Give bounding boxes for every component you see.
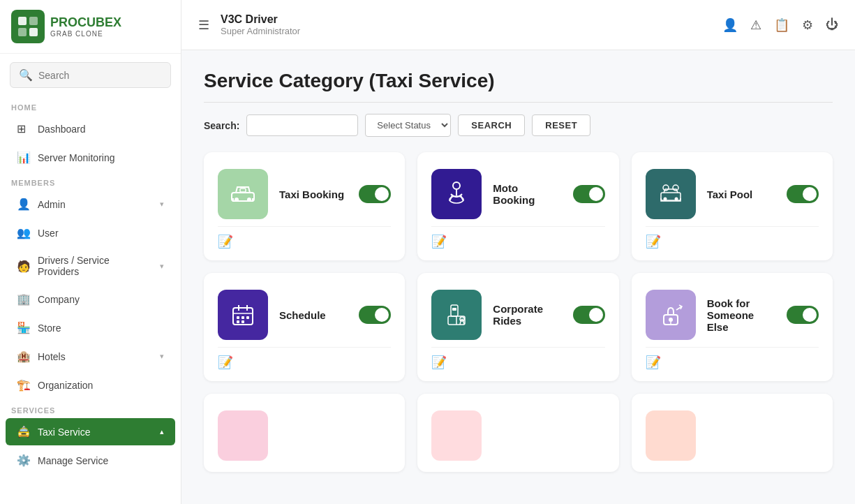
- sidebar-item-manage-service[interactable]: ⚙️ Manage Service: [6, 447, 175, 474]
- admin-icon: 👤: [17, 198, 31, 211]
- schedule-icon: [228, 299, 258, 330]
- search-button[interactable]: SEARCH: [458, 114, 525, 136]
- sidebar-item-dashboard[interactable]: ⊞ Dashboard: [6, 115, 175, 142]
- logo-tagline: GRAB CLONE: [50, 30, 121, 38]
- svg-point-16: [663, 198, 667, 201]
- drivers-icon: 🧑: [17, 260, 31, 273]
- edit-icon[interactable]: 📝: [218, 355, 233, 370]
- card-footer: 📝: [431, 347, 604, 370]
- svg-rect-1: [29, 17, 38, 25]
- service-card-partial-2: [417, 394, 618, 472]
- logo-icon: [11, 10, 45, 43]
- sidebar-search[interactable]: 🔍: [10, 62, 171, 88]
- edit-icon[interactable]: 📝: [646, 234, 661, 249]
- user-icon: 👥: [17, 226, 31, 239]
- sidebar: PROCUBEX GRAB CLONE 🔍 HOME ⊞ Dashboard 📊…: [0, 0, 181, 504]
- svg-rect-0: [18, 17, 27, 25]
- card-main: Book for Someone Else: [646, 290, 819, 340]
- header-info: V3C Driver Super Administrator: [221, 13, 300, 36]
- service-icon-box: [218, 290, 268, 340]
- service-icon-box: [431, 410, 482, 461]
- sidebar-item-label: Admin: [38, 199, 153, 210]
- corporate-rides-toggle[interactable]: [573, 306, 605, 324]
- sidebar-item-taxi-service[interactable]: 🚖 Taxi Service ▴: [6, 418, 175, 445]
- user-profile-icon[interactable]: 👤: [722, 17, 738, 33]
- search-icon: 🔍: [19, 68, 33, 82]
- sidebar-item-drivers-service-providers[interactable]: 🧑 Drivers / Service Providers ▾: [6, 248, 175, 284]
- header: ☰ V3C Driver Super Administrator 👤 ⚠ 📋 ⚙…: [181, 0, 855, 50]
- search-input[interactable]: [38, 70, 162, 81]
- svg-rect-26: [241, 320, 244, 323]
- moto-booking-icon: [441, 179, 472, 209]
- edit-icon[interactable]: 📝: [431, 355, 447, 370]
- card-label: Taxi Booking: [279, 188, 348, 200]
- card-footer: 📝: [218, 347, 391, 370]
- book-someone-else-icon: [655, 299, 686, 330]
- edit-icon[interactable]: 📝: [218, 234, 233, 249]
- logo-text: PROCUBEX GRAB CLONE: [50, 15, 121, 38]
- server-monitoring-icon: 📊: [17, 151, 31, 164]
- service-icon-box: [646, 169, 696, 219]
- power-icon[interactable]: ⏻: [826, 17, 838, 32]
- logo-brand-pro: PRO: [50, 15, 77, 29]
- sidebar-item-admin[interactable]: 👤 Admin ▾: [6, 191, 175, 218]
- sidebar-item-hotels[interactable]: 🏨 Hotels ▾: [6, 343, 175, 370]
- sidebar-item-label: Dashboard: [38, 124, 164, 135]
- sidebar-item-user[interactable]: 👥 User: [6, 219, 175, 246]
- card-main: [646, 410, 819, 461]
- sidebar-item-organization[interactable]: 🏗️ Organization: [6, 371, 175, 399]
- service-icon-box: [646, 410, 696, 461]
- filter-bar: Search: Select Status Active Inactive SE…: [204, 114, 833, 137]
- card-main: Taxi Pool: [646, 169, 819, 219]
- card-label: Book for Someone Else: [707, 297, 775, 333]
- service-grid: Taxi Booking 📝: [204, 152, 833, 472]
- menu-icon[interactable]: ☰: [198, 17, 209, 33]
- service-icon-box: [646, 290, 696, 340]
- svg-rect-22: [237, 316, 239, 319]
- edit-icon[interactable]: 📝: [646, 355, 661, 370]
- schedule-toggle[interactable]: [359, 306, 391, 324]
- svg-rect-25: [237, 320, 239, 323]
- card-footer: 📝: [431, 226, 604, 249]
- status-select[interactable]: Select Status Active Inactive: [365, 114, 451, 137]
- reset-button[interactable]: RESET: [532, 114, 590, 136]
- svg-rect-3: [29, 28, 38, 36]
- sidebar-item-store[interactable]: 🏪 Store: [6, 314, 175, 341]
- sidebar-item-server-monitoring[interactable]: 📊 Server Monitoring: [6, 144, 175, 171]
- svg-rect-24: [246, 316, 249, 319]
- sidebar-item-label: Hotels: [38, 351, 153, 362]
- sidebar-item-label: User: [38, 228, 164, 239]
- card-main: [431, 410, 604, 461]
- page-content: Service Category (Taxi Service) Search: …: [181, 50, 855, 504]
- card-main: Corporate Rides: [431, 290, 604, 340]
- book-someone-else-toggle[interactable]: [787, 306, 819, 324]
- header-icons: 👤 ⚠ 📋 ⚙ ⏻: [722, 17, 838, 33]
- svg-rect-2: [18, 28, 27, 36]
- svg-rect-23: [241, 316, 244, 319]
- document-icon[interactable]: 📋: [774, 17, 789, 33]
- edit-icon[interactable]: 📝: [431, 234, 447, 249]
- taxi-pool-toggle[interactable]: [787, 185, 819, 203]
- hotels-icon: 🏨: [17, 350, 31, 363]
- settings-icon[interactable]: ⚙: [802, 17, 813, 33]
- service-card-moto-booking: Moto Booking 📝: [417, 152, 618, 260]
- alert-icon[interactable]: ⚠: [750, 17, 761, 33]
- taxi-booking-toggle[interactable]: [359, 185, 391, 203]
- service-card-book-someone-else: Book for Someone Else 📝: [632, 273, 833, 381]
- card-footer: 📝: [646, 226, 819, 249]
- store-icon: 🏪: [17, 321, 31, 334]
- card-footer: 📝: [646, 347, 819, 370]
- header-left: ☰ V3C Driver Super Administrator: [198, 13, 300, 36]
- company-icon: 🏢: [17, 292, 31, 306]
- dashboard-icon: ⊞: [17, 122, 31, 135]
- organization-icon: 🏗️: [17, 378, 31, 392]
- search-input[interactable]: [246, 114, 358, 136]
- card-label: Taxi Pool: [707, 188, 775, 200]
- sidebar-item-label: Taxi Service: [38, 427, 153, 438]
- card-main: Taxi Booking: [218, 169, 391, 219]
- logo: PROCUBEX GRAB CLONE: [0, 0, 181, 54]
- service-icon-box: [218, 410, 268, 461]
- taxi-pool-icon: [655, 179, 686, 209]
- moto-booking-toggle[interactable]: [573, 185, 605, 203]
- sidebar-item-company[interactable]: 🏢 Company: [6, 286, 175, 313]
